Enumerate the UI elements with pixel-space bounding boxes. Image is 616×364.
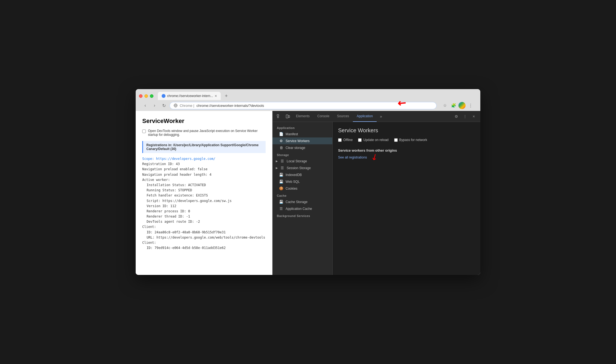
update-on-reload-label: Update on reload <box>363 138 388 142</box>
tab-console[interactable]: Console <box>313 111 333 122</box>
indexeddb-icon: 💾 <box>279 173 283 177</box>
bypass-checkbox[interactable] <box>394 138 398 142</box>
bookmark-button[interactable]: ☆ <box>441 102 449 109</box>
client-label-1: Client: <box>142 224 266 230</box>
cookies-icon: 🍪 <box>279 186 283 190</box>
offline-option: Offline <box>338 138 353 142</box>
scope-link[interactable]: Scope: https://developers.google.com/ <box>142 157 215 161</box>
tab-elements[interactable]: Elements <box>292 111 313 122</box>
page-content: ServiceWorker Open DevTools window and p… <box>136 111 272 275</box>
earth-icon <box>174 104 178 107</box>
sidebar-item-service-workers[interactable]: ⚙ Service Workers <box>272 137 332 144</box>
title-bar: chrome://serviceworker-intern... × + ‹ ›… <box>136 89 480 111</box>
bypass-for-network-option: Bypass for network <box>394 138 427 142</box>
update-on-reload-option: Update on reload <box>358 138 388 142</box>
sidebar-item-indexeddb[interactable]: 💾 IndexedDB <box>272 171 332 178</box>
local-storage-icon: ☰ <box>280 159 284 163</box>
fetch-handler: Fetch handler existence: EXISTS <box>142 193 266 198</box>
devtools-main-panel: Service Workers Offline Update on reload <box>333 122 480 275</box>
profile-avatar[interactable] <box>458 102 466 109</box>
bypass-label: Bypass for network <box>399 138 427 142</box>
client-label-2: Client: <box>142 240 266 245</box>
version-id: Version ID: 112 <box>142 204 266 209</box>
sw-panel-title: Service Workers <box>338 127 475 134</box>
browser-window: chrome://serviceworker-intern... × + ‹ ›… <box>136 89 480 275</box>
sidebar-item-indexeddb-label: IndexedDB <box>286 173 302 177</box>
page-title: ServiceWorker <box>142 118 266 125</box>
debug-checkbox-label: Open DevTools window and pause JavaScrip… <box>148 129 266 137</box>
see-all-registrations-link[interactable]: See all registrations <box>338 155 367 159</box>
address-row: ‹ › ↻ Chrome | chrome://serviceworker-in… <box>139 100 477 111</box>
other-origins-title: Service workers from other origins <box>338 148 475 152</box>
sidebar-item-cache-label: Cache Storage <box>286 200 307 204</box>
sidebar-item-local-storage[interactable]: ▶ ☰ Local Storage <box>272 158 332 165</box>
new-tab-button[interactable]: + <box>222 92 230 100</box>
nav-preload-header: Navigation preload header length: 4 <box>142 172 266 177</box>
tab-row: chrome://serviceworker-intern... × + <box>139 92 477 100</box>
url-domain: Chrome | <box>180 104 194 108</box>
close-devtools-button[interactable]: × <box>469 112 478 121</box>
sidebar-item-cookies-label: Cookies <box>286 187 297 190</box>
renderer-thread: Renderer thread ID: -1 <box>142 214 266 219</box>
debug-checkbox[interactable] <box>142 130 146 133</box>
sidebar-item-session-storage[interactable]: ▶ ☰ Session Storage <box>272 165 332 171</box>
client-id-1: ID: 24aa86c8-e0f2-48a0-8b68-9b515df70e31 <box>142 230 266 235</box>
reg-id: Registration ID: 43 <box>142 162 266 167</box>
sidebar-item-app-cache[interactable]: ☰ Application Cache <box>272 205 332 212</box>
client-id-2: ID: 79ed914c-e064-4d5d-b58e-011add351e62 <box>142 245 266 251</box>
local-storage-arrow: ▶ <box>276 160 278 163</box>
active-worker-label: Active worker: <box>142 177 266 183</box>
back-button[interactable]: ‹ <box>142 102 149 109</box>
minimize-button[interactable] <box>144 94 148 98</box>
forward-button[interactable]: › <box>151 102 158 109</box>
sidebar-item-clear-storage[interactable]: 🗑 Clear storage <box>272 144 332 151</box>
storage-section-label: Storage <box>272 151 332 158</box>
tab-sources[interactable]: Sources <box>333 111 353 122</box>
sidebar-item-cache-storage[interactable]: 💾 Cache Storage <box>272 198 332 205</box>
close-button[interactable] <box>139 94 143 98</box>
inspector-icon[interactable] <box>275 112 283 121</box>
extension-button[interactable]: 🧩 <box>450 102 457 109</box>
more-options-button[interactable]: ⋮ <box>461 112 469 121</box>
update-on-reload-checkbox[interactable] <box>358 138 362 142</box>
clear-storage-icon: 🗑 <box>279 146 283 150</box>
settings-button[interactable]: ⚙ <box>452 112 461 121</box>
devtools-body: Application 📄 Manifest ⚙ Service Workers… <box>272 122 480 275</box>
svg-rect-5 <box>288 116 290 118</box>
offline-checkbox[interactable] <box>338 138 342 142</box>
reload-button[interactable]: ↻ <box>160 102 167 109</box>
application-section-label: Application <box>272 124 332 131</box>
sidebar-item-local-label: Local Storage <box>287 159 307 163</box>
install-status: Installation Status: ACTIVATED <box>142 183 266 188</box>
svg-rect-4 <box>286 115 288 118</box>
session-storage-icon: ☰ <box>280 166 284 170</box>
tab-application[interactable]: Application <box>353 111 377 122</box>
devtools-sidebar: Application 📄 Manifest ⚙ Service Workers… <box>272 122 333 275</box>
active-tab[interactable]: chrome://serviceworker-intern... × <box>158 92 221 100</box>
sidebar-item-clear-label: Clear storage <box>286 146 305 150</box>
sidebar-item-manifest[interactable]: 📄 Manifest <box>272 131 332 137</box>
devtools-route: DevTools agent route ID: -2 <box>142 219 266 224</box>
sw-options: Offline Update on reload Bypass for netw… <box>338 138 475 142</box>
devtools-panel: Elements Console Sources Application » ⚙… <box>272 111 480 275</box>
script: Script: https://developers.google.com/sw… <box>142 198 266 204</box>
maximize-button[interactable] <box>150 94 153 98</box>
client-url-1: URL: https://developers.google.com/web/t… <box>142 235 266 240</box>
more-tabs-button[interactable]: » <box>377 112 385 121</box>
sidebar-item-websql[interactable]: 💾 Web SQL <box>272 178 332 185</box>
see-all-arrow-indicator: ↙ <box>369 151 380 163</box>
running-status: Running Status: STOPPED <box>142 188 266 193</box>
manifest-icon: 📄 <box>279 132 283 136</box>
chrome-menu-button[interactable]: ⋮ <box>467 102 474 109</box>
sidebar-item-sw-label: Service Workers <box>286 139 310 143</box>
sidebar-item-cookies[interactable]: 🍪 Cookies <box>272 185 332 192</box>
nav-preload: Navigation preload enabled: false <box>142 167 266 172</box>
sidebar-item-manifest-label: Manifest <box>286 132 298 136</box>
devtools-toolbar: Elements Console Sources Application » ⚙… <box>272 111 480 122</box>
device-toolbar-icon[interactable] <box>283 112 292 121</box>
registration-header: Registrations in: /Users/jec/Library/App… <box>142 141 266 153</box>
tab-favicon <box>162 94 165 98</box>
svg-rect-1 <box>277 115 279 116</box>
service-workers-icon: ⚙ <box>279 139 283 143</box>
tab-close-button[interactable]: × <box>215 94 217 98</box>
